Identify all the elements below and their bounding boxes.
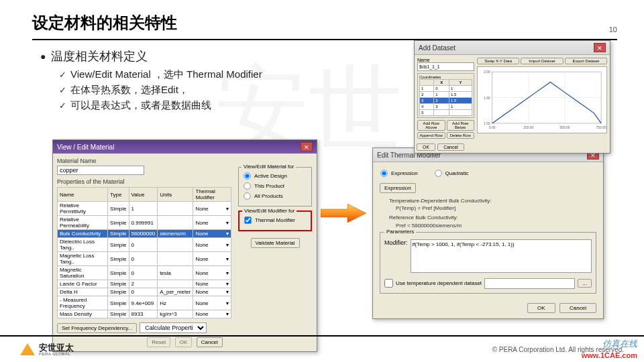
calculate-properties-select[interactable]: Calculate Properties for: [140, 322, 207, 333]
svg-text:500.00: 500.00: [559, 126, 570, 129]
table-row[interactable]: 211.5: [420, 92, 472, 98]
dataset-chart: 0.00250.00500.00750.001.001.502.00: [477, 66, 607, 133]
table-row[interactable]: Lande G FactorSimple2None ▾: [58, 280, 231, 288]
watermark-url: www.1CAE.com: [582, 351, 637, 359]
dialog-title: View / Edit Material: [57, 143, 114, 151]
modifier-input[interactable]: if(Temp > 1000, 1, if(Temp < -273.15, 1,…: [411, 239, 592, 273]
radio-expression[interactable]: Expression: [380, 169, 418, 178]
radio-quadratic[interactable]: Quadratic: [434, 169, 469, 178]
material-properties-table[interactable]: NameTypeValueUnitsThermal Modifier Relat…: [57, 187, 231, 318]
modifier-for-group: View/Edit Modifier for Thermal Modifier: [238, 210, 312, 231]
arrow-icon: [321, 202, 368, 224]
radio-active-design[interactable]: Active Design: [243, 172, 307, 180]
svg-text:1.00: 1.00: [484, 122, 490, 125]
table-row[interactable]: 321.5: [420, 98, 472, 104]
expression-button[interactable]: Expression: [380, 183, 416, 193]
edit-thermal-modifier-dialog: Edit Thermal Modifier ✕ Expression Quadr…: [372, 147, 604, 319]
modifier-for-legend: View/Edit Modifier for: [242, 208, 297, 214]
dialog-titlebar[interactable]: Add Dataset ✕: [415, 41, 610, 55]
close-icon[interactable]: ✕: [301, 142, 313, 152]
column-header[interactable]: Type: [108, 188, 129, 202]
thermal-modifier-checkbox[interactable]: Thermal Modifier: [244, 216, 307, 225]
browse-button[interactable]: ...: [578, 279, 592, 288]
table-row[interactable]: Relative PermeabilitySimple0.999991None …: [58, 216, 231, 230]
cancel-button[interactable]: Cancel: [559, 303, 596, 313]
ok-button[interactable]: OK: [527, 303, 555, 313]
close-icon[interactable]: ✕: [594, 43, 606, 52]
row-action-button[interactable]: Append Row: [417, 132, 445, 139]
table-row[interactable]: Mass DensitySimple8933kg/m^3None ▾: [58, 310, 231, 318]
row-action-button[interactable]: Add Row Below: [447, 120, 475, 131]
parameters-legend: Parameters: [384, 229, 416, 235]
dataset-path-input[interactable]: [484, 278, 575, 289]
table-row[interactable]: 431: [420, 104, 472, 110]
table-row[interactable]: 5: [420, 110, 472, 116]
coordinates-table[interactable]: XY 101211.5321.54315: [419, 79, 472, 116]
use-dataset-label: Use temperature dependent dataset: [396, 280, 482, 286]
column-header[interactable]: Thermal Modifier: [193, 188, 231, 202]
row-action-button[interactable]: Add Row Above: [417, 120, 445, 131]
material-name-input[interactable]: [57, 166, 144, 175]
validate-material-button[interactable]: Validate Material: [251, 238, 300, 248]
use-dataset-checkbox[interactable]: [384, 279, 393, 288]
table-row[interactable]: Relative PermittivitySimple1None ▾: [58, 202, 231, 216]
info-text-1: Temperature-Dependent Bulk Conductivity:…: [389, 197, 596, 212]
table-row[interactable]: Dielectric Loss Tang..Simple0None ▾: [58, 238, 231, 252]
watermark-text: 仿真在线: [602, 338, 637, 350]
modifier-label: Modifier:: [384, 239, 408, 246]
radio-this-product[interactable]: This Product: [243, 182, 307, 190]
row-action-button[interactable]: Delete Row: [447, 132, 475, 139]
set-frequency-button[interactable]: Set Frequency Dependency...: [57, 323, 137, 333]
svg-text:2.00: 2.00: [484, 70, 490, 74]
dataset-action-button[interactable]: Import Dataset: [521, 58, 563, 64]
dataset-name-input[interactable]: $ds1_1_1: [417, 62, 474, 71]
page-title: 设定材料的相关特性: [32, 12, 177, 34]
svg-text:750.00: 750.00: [596, 126, 606, 129]
pera-logo: 安世亚太 PERA GLOBAL: [20, 343, 74, 356]
add-dataset-dialog: Add Dataset ✕ Name $ds1_1_1 Coordinates …: [414, 40, 610, 154]
dialog-title: Add Dataset: [419, 44, 455, 52]
cancel-button[interactable]: Cancel: [437, 143, 464, 151]
ok-button[interactable]: OK: [417, 143, 435, 151]
column-header[interactable]: Name: [58, 188, 108, 202]
svg-text:0.00: 0.00: [489, 126, 496, 129]
page-number: 10: [609, 25, 617, 34]
svg-text:250.00: 250.00: [523, 126, 533, 129]
svg-text:1.50: 1.50: [484, 97, 490, 100]
table-row[interactable]: - Measured FrequencySimple9.4e+009HzNone…: [58, 296, 231, 310]
table-row[interactable]: 101: [420, 86, 472, 92]
dataset-name-label: Name: [417, 58, 474, 62]
slide-footer: 安世亚太 PERA GLOBAL © PERA Corporation Ltd.…: [0, 335, 644, 362]
table-row[interactable]: Bulk ConductivitySimple58000000siemens/m…: [58, 230, 231, 238]
slide-header: 设定材料的相关特性 10: [0, 0, 644, 39]
table-row[interactable]: Magnetic SaturationSimple0teslaNone ▾: [58, 266, 231, 280]
info-text-2: Reference Bulk Conductivity:Pref = 58000…: [389, 214, 596, 229]
table-row[interactable]: Delta HSimple0A_per_meterNone ▾: [58, 288, 231, 296]
view-edit-material-dialog: View / Edit Material ✕ Material Name Pro…: [52, 139, 317, 352]
column-header[interactable]: Value: [129, 188, 158, 202]
dialog-titlebar[interactable]: View / Edit Material ✕: [53, 140, 317, 154]
dataset-action-button[interactable]: Swap X-Y Data: [477, 58, 519, 64]
dataset-action-button[interactable]: Export Dataset: [565, 58, 607, 64]
view-for-legend: View/Edit Material for: [241, 164, 296, 170]
table-row[interactable]: Magnetic Loss Tang..Simple0None ▾: [58, 252, 231, 266]
column-header[interactable]: Units: [158, 188, 193, 202]
radio-all-products[interactable]: All Products: [243, 192, 307, 200]
logo-triangle-icon: [20, 343, 35, 355]
